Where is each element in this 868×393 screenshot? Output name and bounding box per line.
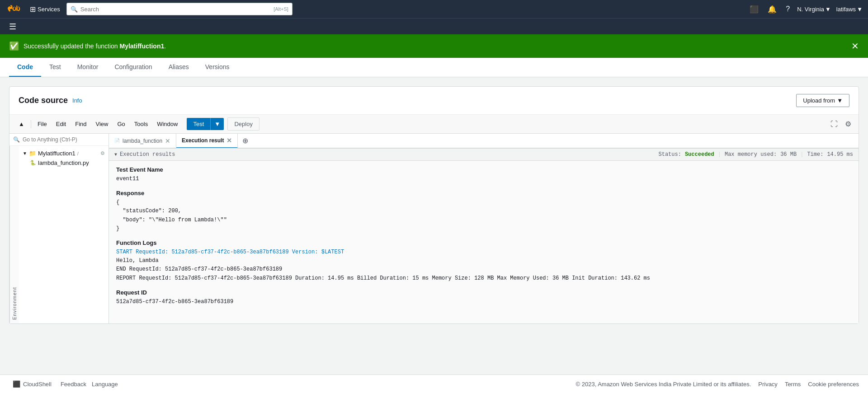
test-main-button[interactable]: Test — [187, 118, 210, 130]
editor-toolbar: ▲ File Edit Find View Go Tools Window Te… — [9, 115, 859, 134]
folder-item-mylatiffuction1[interactable]: ▼ 📁 Mylatiffuction1 / ⚙ — [19, 149, 108, 158]
request-id-title: Request ID — [116, 289, 851, 296]
log-line-4: REPORT RequestId: 512a7d85-cf37-4f2c-b86… — [116, 274, 851, 283]
test-event-name-value: event11 — [116, 175, 851, 183]
aws-logo — [5, 4, 22, 14]
panel-header: Code source Info Upload from ▼ — [9, 87, 859, 115]
editor-tab-close-execution[interactable]: ✕ — [226, 137, 232, 144]
search-shortcut: [Alt+S] — [274, 6, 288, 12]
nav-right-section: ⬛ 🔔 ? N. Virginia ▼ latifaws ▼ — [748, 3, 863, 15]
success-check-icon: ✅ — [9, 41, 19, 51]
editor-tabs: 📄 lambda_function ✕ Execution result ✕ ⊕ — [109, 134, 859, 148]
editor-tab-execution-result[interactable]: Execution result ✕ — [176, 134, 238, 148]
execution-results-panel: ▼ Execution results Status: Succeeded | … — [109, 148, 859, 323]
file-icon: 🐍 — [30, 160, 36, 166]
folder-settings-icon[interactable]: ⚙ — [100, 150, 105, 156]
info-link[interactable]: Info — [72, 97, 82, 104]
tab-monitor[interactable]: Monitor — [69, 58, 107, 77]
editor-tab-close-lambda[interactable]: ✕ — [165, 138, 170, 144]
environment-label: Environment — [9, 146, 19, 323]
log-line-3: END RequestId: 512a7d85-cf37-4f2c-b865-3… — [116, 265, 851, 274]
fullscreen-button[interactable]: ⛶ — [829, 118, 840, 130]
copy-icon: 📄 — [114, 138, 120, 143]
max-memory-value: 36 MB — [780, 151, 797, 158]
max-memory-label: Max memory used: — [725, 151, 777, 158]
user-menu[interactable]: latifaws ▼ — [836, 6, 863, 13]
test-dropdown-button[interactable]: ▼ — [210, 118, 224, 130]
execution-results-header: ▼ Execution results Status: Succeeded | … — [109, 149, 859, 161]
global-search-bar[interactable]: 🔍 [Alt+S] — [66, 3, 292, 15]
toolbar-right: ⛶ ⚙ — [829, 118, 853, 130]
code-source-panel: Code source Info Upload from ▼ ▲ File Ed… — [9, 86, 859, 324]
tab-test[interactable]: Test — [41, 58, 69, 77]
find-menu-button[interactable]: Find — [71, 119, 90, 129]
settings-button[interactable]: ⚙ — [843, 118, 853, 130]
tab-aliases[interactable]: Aliases — [160, 58, 197, 77]
time-value: 14.95 ms — [827, 151, 853, 158]
response-body: { "statusCode": 200, "body": "\"Hello fr… — [116, 198, 851, 233]
help-icon[interactable]: ? — [784, 3, 792, 15]
chevron-down-icon: ▼ — [837, 97, 843, 104]
file-tree-body: Environment ▼ 📁 Mylatiffuction1 / ⚙ 🐍 la… — [9, 146, 108, 323]
tab-versions[interactable]: Versions — [197, 58, 238, 77]
success-banner: ✅ Successfully updated the function Myla… — [0, 34, 868, 58]
search-icon: 🔍 — [71, 6, 78, 13]
time-label: Time: — [807, 151, 823, 158]
status-value: Succeeded — [685, 151, 714, 158]
notifications-icon[interactable]: 🔔 — [766, 3, 778, 15]
hamburger-menu-button[interactable]: ☰ — [5, 18, 20, 36]
go-menu-button[interactable]: Go — [113, 119, 128, 129]
services-menu-button[interactable]: ⊞ Services — [27, 3, 63, 15]
tab-configuration[interactable]: Configuration — [106, 58, 160, 77]
top-navigation: ⊞ Services 🔍 [Alt+S] ⬛ 🔔 ? N. Virginia ▼… — [0, 0, 868, 18]
chevron-down-icon: ▼ — [214, 121, 220, 127]
request-id-value: 512a7d85-cf37-4f2c-b865-3ea87bf63189 — [116, 298, 851, 306]
editor-tab-add-button[interactable]: ⊕ — [238, 136, 253, 145]
window-menu-button[interactable]: Window — [153, 119, 181, 129]
editor-tab-lambda-function[interactable]: 📄 lambda_function ✕ — [109, 134, 176, 148]
search-input[interactable] — [80, 6, 271, 13]
file-tree-search[interactable]: 🔍 — [9, 134, 108, 146]
execution-results-title: ▼ Execution results — [114, 151, 175, 158]
function-tabs-bar: Code Test Monitor Configuration Aliases … — [0, 58, 868, 77]
execution-body: Test Event Name event11 Response { "stat… — [109, 161, 859, 318]
tools-menu-button[interactable]: Tools — [131, 119, 151, 129]
secondary-nav: ☰ — [0, 18, 868, 34]
response-title: Response — [116, 190, 851, 196]
edit-menu-button[interactable]: Edit — [52, 119, 70, 129]
cloudshell-nav-icon[interactable]: ⬛ — [748, 3, 760, 15]
region-selector[interactable]: N. Virginia ▼ — [797, 6, 831, 13]
deploy-button[interactable]: Deploy — [227, 117, 259, 131]
editor-area: 🔍 Environment ▼ 📁 Mylatiffuction1 / ⚙ — [9, 134, 859, 323]
success-message: Successfully updated the function Mylati… — [24, 42, 166, 50]
file-tree-content: ▼ 📁 Mylatiffuction1 / ⚙ 🐍 lambda_functio… — [19, 146, 108, 323]
test-button-group: Test ▼ — [187, 118, 224, 130]
log-line-1: START RequestId: 512a7d85-cf37-4f2c-b865… — [116, 248, 851, 257]
tab-code[interactable]: Code — [9, 58, 41, 77]
status-label: Status: — [659, 151, 681, 158]
function-logs-body: START RequestId: 512a7d85-cf37-4f2c-b865… — [116, 248, 851, 283]
function-logs-title: Function Logs — [116, 239, 851, 246]
file-tree: 🔍 Environment ▼ 📁 Mylatiffuction1 / ⚙ — [9, 134, 109, 323]
view-menu-button[interactable]: View — [92, 119, 112, 129]
folder-icon: 📁 — [29, 150, 36, 157]
collapse-arrow-icon: ▼ — [23, 151, 27, 156]
panel-title: Code source Info — [19, 96, 82, 105]
main-content: Code Test Monitor Configuration Aliases … — [0, 58, 868, 324]
banner-close-button[interactable]: ✕ — [851, 41, 859, 51]
upload-from-button[interactable]: Upload from ▼ — [796, 94, 849, 107]
collapse-button[interactable]: ▲ — [15, 119, 28, 129]
editor-main: 📄 lambda_function ✕ Execution result ✕ ⊕… — [109, 134, 859, 323]
test-event-name-title: Test Event Name — [116, 166, 851, 173]
log-line-2: Hello, Lambda — [116, 257, 851, 265]
file-menu-button[interactable]: File — [34, 119, 51, 129]
toolbar-separator-1 — [31, 120, 31, 128]
file-item-lambda-function[interactable]: 🐍 lambda_function.py — [19, 158, 108, 168]
search-icon: 🔍 — [13, 136, 20, 143]
execution-status-bar: Status: Succeeded | Max memory used: 36 … — [659, 151, 854, 158]
file-search-input[interactable] — [23, 136, 105, 143]
collapse-icon: ▼ — [114, 152, 117, 157]
